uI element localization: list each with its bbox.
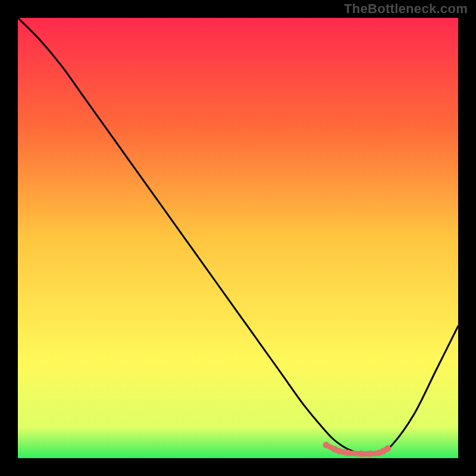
optimal-zone-point <box>384 445 391 452</box>
optimal-zone-point <box>336 448 343 455</box>
watermark-text: TheBottleneck.com <box>344 1 468 17</box>
plot-area <box>18 18 458 458</box>
plot-svg <box>18 18 458 458</box>
chart-stage: TheBottleneck.com <box>0 0 476 476</box>
optimal-zone-point <box>345 450 352 456</box>
optimal-zone-point <box>323 441 330 448</box>
gradient-background <box>18 18 458 458</box>
optimal-zone-point <box>358 450 365 457</box>
optimal-zone-point <box>367 450 374 457</box>
